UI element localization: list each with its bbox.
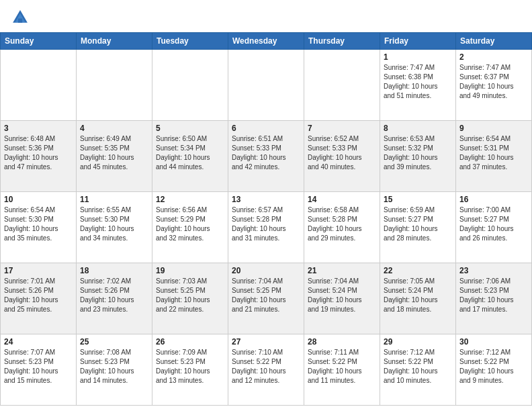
day-cell-24: 24Sunrise: 7:07 AM Sunset: 5:23 PM Dayli… [1,334,77,406]
weekday-header-tuesday: Tuesday [152,33,228,50]
day-info: Sunrise: 7:04 AM Sunset: 5:24 PM Dayligh… [308,277,376,314]
weekday-header-wednesday: Wednesday [228,33,304,50]
day-number: 18 [80,266,148,275]
day-cell-30: 30Sunrise: 7:12 AM Sunset: 5:22 PM Dayli… [456,334,532,406]
day-cell-17: 17Sunrise: 7:01 AM Sunset: 5:26 PM Dayli… [1,263,77,334]
weekday-header-friday: Friday [380,33,456,50]
day-cell-23: 23Sunrise: 7:06 AM Sunset: 5:23 PM Dayli… [456,263,532,334]
day-number: 9 [459,124,528,133]
day-info: Sunrise: 7:10 AM Sunset: 5:22 PM Dayligh… [232,348,300,385]
calendar: SundayMondayTuesdayWednesdayThursdayFrid… [0,32,532,406]
weekday-header-monday: Monday [77,33,152,50]
day-info: Sunrise: 6:52 AM Sunset: 5:33 PM Dayligh… [308,134,376,172]
day-cell-2: 2Sunrise: 7:47 AM Sunset: 6:37 PM Daylig… [456,50,532,121]
day-info: Sunrise: 6:48 AM Sunset: 5:36 PM Dayligh… [4,134,73,172]
day-cell-10: 10Sunrise: 6:54 AM Sunset: 5:30 PM Dayli… [1,192,77,263]
day-cell-21: 21Sunrise: 7:04 AM Sunset: 5:24 PM Dayli… [304,263,380,334]
day-info: Sunrise: 7:12 AM Sunset: 5:22 PM Dayligh… [384,348,452,385]
logo-icon [11,8,30,27]
day-info: Sunrise: 7:00 AM Sunset: 5:27 PM Dayligh… [459,205,528,243]
day-cell-11: 11Sunrise: 6:55 AM Sunset: 5:30 PM Dayli… [77,192,152,263]
week-row-2: 10Sunrise: 6:54 AM Sunset: 5:30 PM Dayli… [1,192,532,263]
day-number: 13 [232,195,300,204]
day-cell-29: 29Sunrise: 7:12 AM Sunset: 5:22 PM Dayli… [380,334,456,406]
day-number: 22 [384,266,452,275]
day-number: 2 [459,52,528,62]
day-cell-20: 20Sunrise: 7:04 AM Sunset: 5:25 PM Dayli… [228,263,304,334]
day-info: Sunrise: 7:06 AM Sunset: 5:23 PM Dayligh… [459,277,528,314]
day-cell-7: 7Sunrise: 6:52 AM Sunset: 5:33 PM Daylig… [304,121,380,192]
day-cell-12: 12Sunrise: 6:56 AM Sunset: 5:29 PM Dayli… [152,192,228,263]
day-info: Sunrise: 6:54 AM Sunset: 5:30 PM Dayligh… [4,205,73,243]
day-info: Sunrise: 6:54 AM Sunset: 5:31 PM Dayligh… [459,134,528,172]
weekday-header-thursday: Thursday [304,33,380,50]
day-number: 15 [384,195,452,204]
day-cell-6: 6Sunrise: 6:51 AM Sunset: 5:33 PM Daylig… [228,121,304,192]
day-cell-empty [77,50,152,121]
day-number: 12 [156,195,224,204]
day-cell-9: 9Sunrise: 6:54 AM Sunset: 5:31 PM Daylig… [456,121,532,192]
day-cell-27: 27Sunrise: 7:10 AM Sunset: 5:22 PM Dayli… [228,334,304,406]
day-info: Sunrise: 7:02 AM Sunset: 5:26 PM Dayligh… [80,277,148,314]
day-cell-8: 8Sunrise: 6:53 AM Sunset: 5:32 PM Daylig… [380,121,456,192]
day-cell-4: 4Sunrise: 6:49 AM Sunset: 5:35 PM Daylig… [77,121,152,192]
day-info: Sunrise: 7:11 AM Sunset: 5:22 PM Dayligh… [308,348,376,385]
day-number: 29 [384,337,452,347]
day-info: Sunrise: 7:09 AM Sunset: 5:23 PM Dayligh… [156,348,224,385]
day-number: 6 [232,124,300,133]
page: SundayMondayTuesdayWednesdayThursdayFrid… [0,0,532,411]
day-number: 25 [80,337,148,347]
day-info: Sunrise: 6:58 AM Sunset: 5:28 PM Dayligh… [308,205,376,243]
day-info: Sunrise: 7:47 AM Sunset: 6:37 PM Dayligh… [459,63,528,101]
day-info: Sunrise: 6:53 AM Sunset: 5:32 PM Dayligh… [384,134,452,172]
day-number: 3 [4,124,73,133]
day-cell-5: 5Sunrise: 6:50 AM Sunset: 5:34 PM Daylig… [152,121,228,192]
day-number: 17 [4,266,73,275]
day-number: 30 [459,337,528,347]
day-number: 8 [384,124,452,133]
day-cell-empty [1,50,77,121]
day-cell-25: 25Sunrise: 7:08 AM Sunset: 5:23 PM Dayli… [77,334,152,406]
day-number: 16 [459,195,528,204]
day-number: 10 [4,195,73,204]
day-number: 7 [308,124,376,133]
day-info: Sunrise: 7:08 AM Sunset: 5:23 PM Dayligh… [80,348,148,385]
day-info: Sunrise: 7:01 AM Sunset: 5:26 PM Dayligh… [4,277,73,314]
day-info: Sunrise: 7:07 AM Sunset: 5:23 PM Dayligh… [4,348,73,385]
week-row-4: 24Sunrise: 7:07 AM Sunset: 5:23 PM Dayli… [1,334,532,406]
day-info: Sunrise: 6:50 AM Sunset: 5:34 PM Dayligh… [156,134,224,172]
day-info: Sunrise: 6:51 AM Sunset: 5:33 PM Dayligh… [232,134,300,172]
week-row-3: 17Sunrise: 7:01 AM Sunset: 5:26 PM Dayli… [1,263,532,334]
day-info: Sunrise: 7:12 AM Sunset: 5:22 PM Dayligh… [459,348,528,385]
svg-rect-2 [18,19,22,23]
weekday-header-saturday: Saturday [456,33,532,50]
day-cell-26: 26Sunrise: 7:09 AM Sunset: 5:23 PM Dayli… [152,334,228,406]
day-cell-18: 18Sunrise: 7:02 AM Sunset: 5:26 PM Dayli… [77,263,152,334]
day-number: 28 [308,337,376,347]
day-number: 14 [308,195,376,204]
day-info: Sunrise: 7:47 AM Sunset: 6:38 PM Dayligh… [384,63,452,101]
day-number: 26 [156,337,224,347]
weekday-header-row: SundayMondayTuesdayWednesdayThursdayFrid… [1,33,532,50]
day-info: Sunrise: 7:04 AM Sunset: 5:25 PM Dayligh… [232,277,300,314]
day-info: Sunrise: 6:59 AM Sunset: 5:27 PM Dayligh… [384,205,452,243]
day-cell-3: 3Sunrise: 6:48 AM Sunset: 5:36 PM Daylig… [1,121,77,192]
day-info: Sunrise: 6:56 AM Sunset: 5:29 PM Dayligh… [156,205,224,243]
day-cell-19: 19Sunrise: 7:03 AM Sunset: 5:25 PM Dayli… [152,263,228,334]
day-number: 20 [232,266,300,275]
day-number: 1 [384,52,452,62]
day-cell-15: 15Sunrise: 6:59 AM Sunset: 5:27 PM Dayli… [380,192,456,263]
day-cell-empty [304,50,380,121]
day-cell-16: 16Sunrise: 7:00 AM Sunset: 5:27 PM Dayli… [456,192,532,263]
day-cell-28: 28Sunrise: 7:11 AM Sunset: 5:22 PM Dayli… [304,334,380,406]
day-info: Sunrise: 6:57 AM Sunset: 5:28 PM Dayligh… [232,205,300,243]
day-number: 11 [80,195,148,204]
week-row-0: 1Sunrise: 7:47 AM Sunset: 6:38 PM Daylig… [1,50,532,121]
day-number: 5 [156,124,224,133]
header [0,0,532,32]
weekday-header-sunday: Sunday [1,33,77,50]
day-number: 27 [232,337,300,347]
day-cell-14: 14Sunrise: 6:58 AM Sunset: 5:28 PM Dayli… [304,192,380,263]
day-number: 23 [459,266,528,275]
day-cell-22: 22Sunrise: 7:05 AM Sunset: 5:24 PM Dayli… [380,263,456,334]
